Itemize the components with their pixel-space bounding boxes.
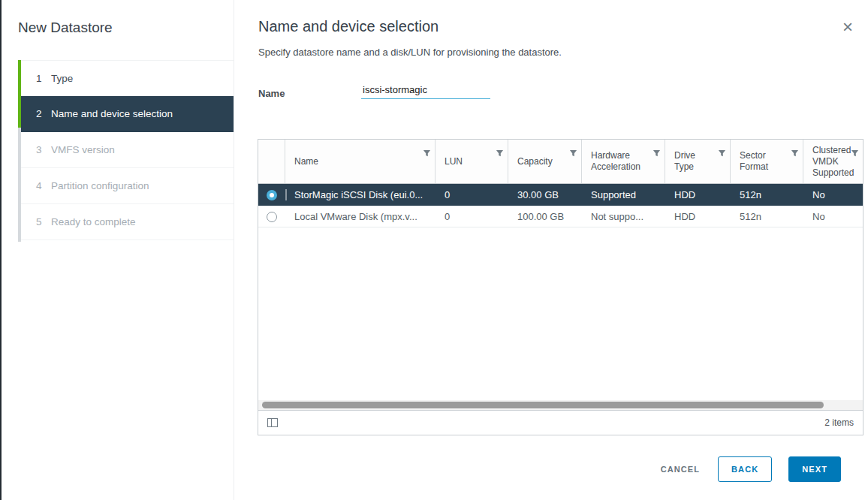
progress-track	[18, 60, 21, 242]
page-subtitle: Specify datastore name and a disk/LUN fo…	[258, 47, 562, 58]
table-row[interactable]: Local VMware Disk (mpx.v... 0 100.00 GB …	[258, 206, 863, 227]
next-button[interactable]: NEXT	[788, 456, 841, 482]
table-header-row: Name LUN Capacity Hardware Acceleration …	[258, 140, 863, 184]
header-label: Hardware Acceleration	[591, 150, 649, 173]
wizard-steps: 1 Type 2 Name and device selection 3 VMF…	[2, 60, 234, 240]
step-number: 4	[36, 180, 51, 191]
header-label: Clustered VMDK Supported	[812, 145, 854, 179]
radio-selected-icon[interactable]	[267, 190, 277, 200]
step-label: VMFS version	[51, 144, 115, 155]
header-drive-type[interactable]: Drive Type	[665, 140, 731, 183]
header-lun[interactable]: LUN	[436, 140, 508, 183]
header-capacity[interactable]: Capacity	[508, 140, 582, 183]
cell-lun: 0	[436, 189, 508, 200]
header-label: Sector Format	[740, 150, 788, 173]
cell-clustered-vmdk: No	[803, 211, 863, 222]
cell-lun: 0	[436, 211, 508, 222]
step-type[interactable]: 1 Type	[21, 60, 234, 96]
device-table: Name LUN Capacity Hardware Acceleration …	[258, 139, 863, 435]
filter-icon[interactable]	[653, 149, 661, 158]
filter-icon[interactable]	[718, 149, 726, 158]
items-count: 2 items	[824, 417, 854, 428]
radio-cell	[258, 206, 285, 227]
cell-hardware-acceleration: Not suppo...	[582, 211, 665, 222]
cell-clustered-vmdk: No	[803, 189, 863, 200]
table-empty-area	[258, 227, 863, 400]
step-label: Partition configuration	[51, 180, 149, 191]
step-partition-configuration: 4 Partition configuration	[21, 168, 234, 204]
header-name[interactable]: Name	[285, 140, 436, 183]
cell-hardware-acceleration: Supported	[582, 189, 665, 200]
header-clustered-vmdk-supported[interactable]: Clustered VMDK Supported	[803, 140, 863, 183]
filter-icon[interactable]	[791, 149, 799, 158]
column-selector-icon[interactable]	[267, 418, 278, 427]
horizontal-scrollbar[interactable]	[258, 400, 863, 410]
header-hardware-acceleration[interactable]: Hardware Acceleration	[582, 140, 665, 183]
step-number: 2	[36, 108, 51, 119]
table-row[interactable]: StorMagic iSCSI Disk (eui.0... 0 30.00 G…	[258, 184, 863, 206]
cell-capacity: 100.00 GB	[508, 211, 582, 222]
cell-name: StorMagic iSCSI Disk (eui.0...	[285, 189, 436, 200]
radio-cell	[258, 184, 285, 206]
step-number: 1	[36, 73, 51, 84]
back-button[interactable]: BACK	[718, 456, 772, 482]
table-footer: 2 items	[258, 410, 863, 435]
filter-icon[interactable]	[569, 149, 577, 158]
cell-drive-type: HDD	[665, 211, 731, 222]
radio-unselected-icon[interactable]	[267, 212, 277, 222]
cell-sector-format: 512n	[731, 189, 803, 200]
cancel-button[interactable]: CANCEL	[659, 457, 701, 481]
step-ready-to-complete: 5 Ready to complete	[21, 204, 234, 240]
header-label: Name	[294, 156, 318, 167]
step-label: Ready to complete	[51, 216, 136, 227]
header-radio-column	[258, 140, 285, 183]
step-vmfs-version: 3 VMFS version	[21, 132, 234, 168]
scrollbar-thumb[interactable]	[262, 402, 824, 408]
wizard-sidebar: New Datastore 1 Type 2 Name and device s…	[2, 0, 234, 500]
header-sector-format[interactable]: Sector Format	[731, 140, 803, 183]
action-bar: CANCEL BACK NEXT	[659, 456, 841, 482]
step-number: 5	[36, 216, 51, 227]
cell-sector-format: 512n	[731, 211, 803, 222]
cell-drive-type: HDD	[665, 189, 731, 200]
step-label: Type	[51, 73, 73, 84]
header-label: Drive Type	[674, 150, 715, 173]
filter-icon[interactable]	[496, 149, 504, 158]
step-label: Name and device selection	[51, 108, 173, 119]
close-icon[interactable]: ×	[842, 18, 853, 36]
cell-capacity: 30.00 GB	[508, 189, 582, 200]
cell-name: Local VMware Disk (mpx.v...	[285, 211, 436, 222]
wizard-title: New Datastore	[18, 20, 113, 36]
name-label: Name	[258, 88, 285, 99]
step-number: 3	[36, 144, 51, 155]
filter-icon[interactable]	[851, 149, 859, 158]
header-label: LUN	[445, 156, 463, 167]
progress-bar	[18, 60, 21, 128]
header-label: Capacity	[517, 156, 553, 167]
page-title: Name and device selection	[258, 18, 439, 35]
step-name-and-device-selection[interactable]: 2 Name and device selection	[21, 96, 234, 132]
new-datastore-dialog: New Datastore 1 Type 2 Name and device s…	[0, 0, 868, 500]
filter-icon[interactable]	[423, 149, 431, 158]
datastore-name-input[interactable]	[361, 81, 490, 99]
